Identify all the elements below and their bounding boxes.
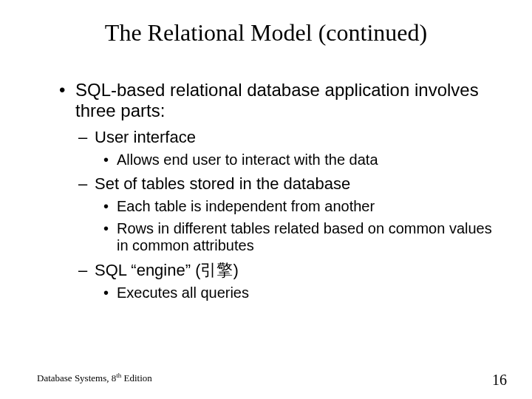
bullet-level2: SQL “engine” (引擎) (75, 261, 492, 280)
page-number: 16 (492, 372, 507, 389)
bullet-level1: SQL-based relational database applicatio… (56, 80, 492, 122)
bullet-level2: User interface (75, 128, 492, 147)
bullet-level3: Executes all queries (100, 284, 492, 302)
bullet-level2: Set of tables stored in the database (75, 174, 492, 194)
footer-book: Database Systems, 8th Edition (37, 372, 152, 384)
footer-book-ed: Edition (121, 372, 152, 383)
bullet-level3: Allows end user to interact with the dat… (100, 151, 492, 169)
footer-book-title: Database Systems, 8 (37, 372, 116, 383)
slide-title: The Relational Model (continued) (0, 19, 532, 47)
slide-body: SQL-based relational database applicatio… (56, 80, 492, 301)
bullet-level3: Rows in different tables related based o… (100, 220, 492, 255)
bullet-level3: Each table is independent from another (100, 198, 492, 216)
slide: The Relational Model (continued) SQL-bas… (0, 0, 532, 399)
